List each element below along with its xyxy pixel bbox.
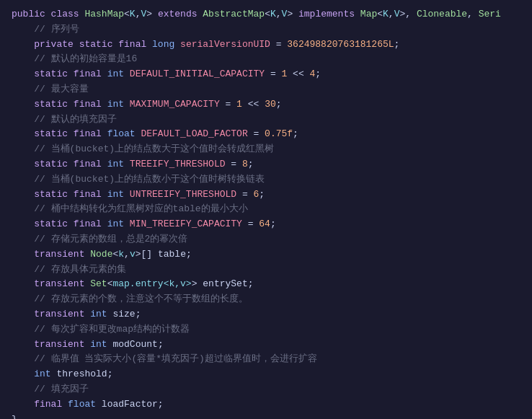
- closing-brace: }: [12, 413, 17, 419]
- kw-transient1: transient: [34, 247, 90, 263]
- keyword-public: public: [12, 7, 51, 22]
- line-comment-size: // 存放元素的个数，注意这个不等于数组的长度。: [12, 292, 520, 307]
- value-4: 4: [310, 67, 316, 82]
- semi6: ;: [259, 188, 265, 203]
- line-loadfactor-field: final float loadFactor;: [12, 397, 520, 413]
- comment-default-capacity: // 默认的初始容量是16: [34, 52, 137, 67]
- kw-final6: final: [74, 188, 107, 203]
- field-default-load-factor: DEFAULT_LOAD_FACTOR: [141, 127, 247, 142]
- punct-gt5: >: [192, 277, 203, 292]
- punct-lt3: <: [377, 7, 383, 22]
- semi8: ;: [186, 247, 192, 263]
- type-int4: int: [107, 188, 130, 203]
- type-node: Node: [90, 247, 112, 263]
- indent15: [12, 232, 34, 247]
- indent16: [12, 247, 34, 263]
- iface-cloneable: Cloneable: [417, 7, 467, 22]
- keyword-extends: extends: [158, 7, 203, 22]
- semi3: ;: [276, 97, 282, 113]
- value-6: 6: [254, 188, 260, 203]
- line-comment-min-treeify: // 桶中结构转化为红黑树对应的table的最小大小: [12, 202, 520, 217]
- punct-comma5: ,: [124, 247, 130, 263]
- field-serial-uid: serialVersionUID: [180, 38, 270, 53]
- kw-final2: final: [74, 67, 107, 82]
- line-class-declaration: public class HashMap<K,V> extends Abstra…: [12, 7, 520, 22]
- field-default-initial-capacity: DEFAULT_INITIAL_CAPACITY: [130, 67, 265, 82]
- line-comment-untreeify: // 当桶(bucket)上的结点数小于这个值时树转换链表: [12, 172, 520, 188]
- indent5: [12, 82, 34, 97]
- eq1: =: [270, 38, 287, 53]
- field-treeify-threshold: TREEIFY_THRESHOLD: [130, 157, 226, 172]
- indent14: [12, 217, 34, 232]
- shift2: <<: [242, 97, 265, 113]
- generic-k4: k: [118, 247, 124, 263]
- indent7: [12, 113, 34, 128]
- eq6: =: [236, 188, 253, 203]
- field-max-capacity: MAXIMUM_CAPACITY: [130, 97, 220, 113]
- indent3: [12, 52, 34, 67]
- kw-final1: final: [118, 38, 152, 53]
- kw-static3: static: [34, 97, 74, 113]
- indent20: [12, 307, 34, 322]
- type-float2: float: [68, 397, 102, 413]
- semi7: ;: [270, 217, 276, 232]
- kw-static6: static: [34, 188, 74, 203]
- type-int1: int: [107, 67, 130, 82]
- line-size-field: transient int size;: [12, 307, 520, 322]
- indent9: [12, 142, 34, 157]
- semi12: ;: [107, 367, 113, 382]
- semi2: ;: [315, 67, 321, 82]
- generic-k2: K: [270, 7, 276, 22]
- semi1: ;: [394, 38, 400, 53]
- kw-final3: final: [74, 97, 107, 113]
- eq7: =: [242, 217, 259, 232]
- type-float1: float: [107, 127, 141, 142]
- field-size: size: [112, 307, 135, 322]
- generic-v4: v: [130, 247, 136, 263]
- line-maximum-capacity: static final int MAXIMUM_CAPACITY = 1 <<…: [12, 97, 520, 113]
- kw-private: private: [34, 38, 79, 53]
- indent4: [12, 67, 34, 82]
- line-comment-table: // 存储元素的数组，总是2的幂次倍: [12, 232, 520, 247]
- type-int6: int: [90, 307, 112, 322]
- type-set: Set: [90, 277, 107, 292]
- comment-entryset: // 存放具体元素的集: [34, 263, 125, 278]
- value-1b: 1: [236, 97, 242, 113]
- punct-gt2: >: [287, 7, 298, 22]
- kw-static2: static: [34, 67, 74, 82]
- line-closing-brace: }: [12, 413, 520, 419]
- indent22: [12, 338, 34, 353]
- comment-treeify: // 当桶(bucket)上的结点数大于这个值时会转成红黑树: [34, 142, 274, 157]
- punct-lt4: <: [112, 247, 118, 263]
- field-modcount: modCount: [112, 338, 157, 353]
- line-modcount-field: transient int modCount;: [12, 338, 520, 353]
- indent12: [12, 188, 34, 203]
- comment-load-factor: // 默认的填充因子: [34, 113, 116, 128]
- punct-comma4: ,: [467, 7, 479, 22]
- generic-v3: V: [394, 7, 400, 22]
- comment-loadfactor: // 填充因子: [34, 382, 88, 397]
- comment-modcount: // 每次扩容和更改map结构的计数器: [34, 322, 190, 338]
- punct-comma1: ,: [136, 7, 141, 22]
- line-comment-modcount: // 每次扩容和更改map结构的计数器: [12, 322, 520, 338]
- line-comment-threshold: // 临界值 当实际大小(容量*填充因子)超过临界值时，会进行扩容: [12, 352, 520, 367]
- field-loadfactor: loadFactor: [102, 397, 158, 413]
- line-comment-load-factor: // 默认的填充因子: [12, 113, 520, 128]
- line-comment-loadfactor: // 填充因子: [12, 382, 520, 397]
- type-int2: int: [107, 97, 130, 113]
- indent11: [12, 172, 34, 188]
- kw-transient4: transient: [34, 338, 90, 353]
- eq2: =: [265, 67, 281, 82]
- line-min-treeify-capacity: static final int MIN_TREEIFY_CAPACITY = …: [12, 217, 520, 232]
- indent13: [12, 202, 34, 217]
- line-default-initial-capacity: static final int DEFAULT_INITIAL_CAPACIT…: [12, 67, 520, 82]
- field-entryset: entrySet: [203, 277, 247, 292]
- comment-serial: // 序列号: [34, 22, 79, 38]
- indent17: [12, 263, 34, 278]
- kw-final8: final: [34, 397, 68, 413]
- comment-threshold: // 临界值 当实际大小(容量*填充因子)超过临界值时，会进行扩容: [34, 352, 317, 367]
- line-treeify-threshold: static final int TREEIFY_THRESHOLD = 8;: [12, 157, 520, 172]
- eq3: =: [220, 97, 236, 113]
- keyword-class: class: [51, 7, 85, 22]
- line-entryset-field: transient Set<map.entry<k,v>> entrySet;: [12, 277, 520, 292]
